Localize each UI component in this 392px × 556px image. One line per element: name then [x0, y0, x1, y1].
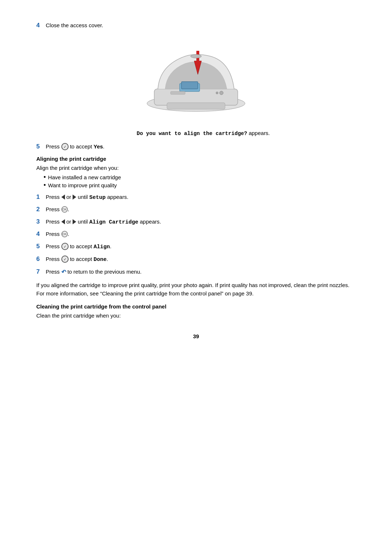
- step-5-content: Press ✓ to accept Yes.: [46, 143, 105, 151]
- align-step-3-number: 3: [36, 218, 44, 225]
- bullet-text-2: Want to improve print quality: [48, 182, 117, 188]
- step-4-number: 4: [36, 22, 44, 29]
- bullet-item-1: • Have installed a new cartridge: [44, 174, 356, 180]
- right-arrow-icon-1: [73, 195, 76, 200]
- align-step-1-number: 1: [36, 193, 44, 201]
- align-steps-block: 1 Press or until Setup appears. 2 Press …: [36, 193, 356, 276]
- page-number: 39: [36, 333, 356, 339]
- bullet-dot-2: •: [44, 182, 46, 188]
- printer-image: [36, 36, 356, 120]
- back-icon: ↶: [61, 269, 66, 275]
- svg-point-7: [191, 54, 201, 58]
- align-step-7: 7 Press ↶ to return to the previous menu…: [36, 268, 356, 276]
- align-intro-text: Align the print cartridge when you:: [36, 165, 356, 171]
- align-step-7-content: Press ↶ to return to the previous menu.: [46, 269, 142, 276]
- align-paragraph: If you aligned the cartridge to improve …: [36, 281, 356, 298]
- align-step-6-content: Press ✓ to accept Done.: [46, 256, 108, 263]
- bullet-dot-1: •: [44, 174, 46, 180]
- done-code: Done: [94, 257, 107, 263]
- align-bullet-list: • Have installed a new cartridge • Want …: [44, 174, 356, 188]
- ok-icon-step5b: ✓: [61, 243, 69, 250]
- do-you-want-message: Do you want to align the cartridge? appe…: [51, 130, 356, 136]
- left-arrow-icon-1: [61, 195, 65, 200]
- align-code: Align: [94, 244, 110, 250]
- align-step-4-number: 4: [36, 230, 44, 238]
- align-step-5-number: 5: [36, 243, 44, 250]
- svg-rect-4: [181, 82, 198, 89]
- ok-icon-step6: ✓: [61, 255, 69, 263]
- step-5-yes: Yes: [94, 143, 103, 150]
- bullet-text-1: Have installed a new cartridge: [48, 174, 121, 180]
- ok-icon-step4: OK: [61, 231, 68, 237]
- printer-svg: [138, 36, 254, 120]
- step-5-line: 5 Press ✓ to accept Yes.: [36, 143, 356, 151]
- align-step-7-number: 7: [36, 268, 44, 275]
- do-you-want-suffix: appears.: [247, 130, 270, 136]
- align-step-2-content: Press OK.: [46, 206, 69, 213]
- ok-icon-step2: OK: [61, 206, 68, 213]
- align-step-3: 3 Press or until Align Cartridge appears…: [36, 218, 356, 225]
- svg-point-9: [220, 91, 223, 95]
- left-arrow-icon-3: [61, 219, 65, 224]
- align-step-1-content: Press or until Setup appears.: [46, 194, 128, 201]
- do-you-want-code: Do you want to align the cartridge?: [136, 131, 247, 136]
- bullet-item-2: • Want to improve print quality: [44, 182, 356, 188]
- align-step-4: 4 Press OK.: [36, 230, 356, 238]
- cleaning-section-heading: Cleaning the print cartridge from the co…: [36, 303, 356, 310]
- align-step-5: 5 Press ✓ to accept Align.: [36, 243, 356, 250]
- right-arrow-icon-3: [73, 219, 76, 224]
- align-step-2-number: 2: [36, 206, 44, 213]
- align-step-6: 6 Press ✓ to accept Done.: [36, 255, 356, 263]
- align-step-6-number: 6: [36, 255, 44, 263]
- step-4-line: 4 Close the access cover.: [36, 22, 356, 29]
- align-step-1: 1 Press or until Setup appears.: [36, 193, 356, 201]
- step-4-text: Close the access cover.: [46, 22, 103, 28]
- step-5-pre-text: Press: [46, 143, 60, 150]
- align-section-heading: Aligning the print cartridge: [36, 156, 356, 162]
- step-5-suffix-text: to accept: [70, 143, 92, 150]
- svg-rect-2: [167, 103, 225, 109]
- align-cartridge-code: Align Cartridge: [89, 219, 138, 225]
- setup-code: Setup: [89, 195, 106, 201]
- svg-point-10: [216, 92, 218, 94]
- align-step-2: 2 Press OK.: [36, 206, 356, 213]
- step-5-number: 5: [36, 143, 44, 150]
- ok-icon-step5: ✓: [61, 143, 69, 150]
- align-step-4-content: Press OK.: [46, 231, 69, 238]
- cleaning-intro-text: Clean the print cartridge when you:: [36, 312, 356, 319]
- align-step-5-content: Press ✓ to accept Align.: [46, 243, 111, 250]
- svg-rect-8: [171, 91, 185, 94]
- align-step-3-content: Press or until Align Cartridge appears.: [46, 218, 161, 225]
